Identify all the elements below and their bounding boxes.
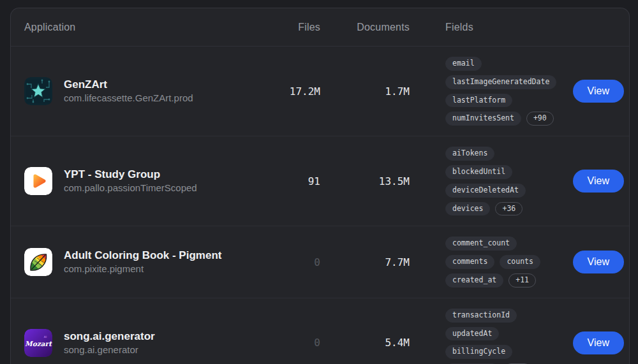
field-chips: comment_countcommentscountscreated_at+11: [410, 226, 563, 297]
files-count: 91: [308, 175, 320, 187]
mozart-logo-icon: Mozart AI: [24, 329, 52, 357]
field-chip: comments: [445, 255, 494, 269]
column-header-documents: Documents: [357, 22, 410, 33]
app-bundle-id: com.pallo.passionTimerScoped: [64, 182, 197, 194]
documents-count: 7.7M: [385, 256, 410, 268]
app-name: Adult Coloring Book - Pigment: [64, 249, 221, 262]
field-chip: counts: [500, 255, 540, 269]
field-chips: aiTokensblockedUntildeviceDeletedAtdevic…: [410, 136, 563, 226]
field-chip: created_at: [445, 273, 503, 288]
files-count: 0: [314, 337, 320, 349]
table-row: Mozart AI song.ai.generator song.ai.gene…: [11, 298, 629, 364]
field-chip: updatedAt: [445, 327, 499, 341]
files-count: 17.2M: [290, 85, 320, 98]
table-row: YPT - Study Group com.pallo.passionTimer…: [11, 136, 629, 226]
more-fields-chip: +36: [495, 202, 523, 216]
documents-count: 5.4M: [385, 337, 410, 349]
field-chip: aiTokens: [445, 147, 494, 161]
field-chip: devices: [445, 202, 490, 216]
view-button[interactable]: View: [573, 331, 624, 354]
documents-count: 13.5M: [379, 175, 410, 187]
column-header-application: Application: [24, 22, 263, 33]
field-chip: lastPlatform: [445, 94, 512, 108]
view-button[interactable]: View: [573, 251, 624, 273]
app-bundle-id: com.lifecassette.GenZArt.prod: [64, 92, 193, 105]
view-button[interactable]: View: [573, 170, 624, 193]
app-name: GenZArt: [64, 78, 193, 91]
table-row: Adult Coloring Book - Pigment com.pixite…: [11, 226, 629, 298]
pigment-leaf-icon: [24, 248, 52, 276]
svg-text:AI: AI: [44, 335, 47, 339]
files-count: 0: [314, 256, 320, 268]
app-name: YPT - Study Group: [64, 168, 197, 181]
column-header-files: Files: [298, 22, 320, 33]
app-bundle-id: com.pixite.pigment: [64, 263, 221, 275]
field-chip: comment_count: [445, 237, 517, 251]
table-row: GenZArt com.lifecassette.GenZArt.prod 17…: [11, 47, 629, 136]
more-fields-chip: +90: [526, 112, 554, 126]
field-chip: email: [445, 57, 482, 71]
field-chip: deviceDeletedAt: [445, 184, 526, 198]
genzart-star-circuit-icon: [24, 77, 52, 105]
field-chips: emaillastImageGeneratedDatelastPlatformn…: [410, 47, 563, 136]
applications-table-card: Application Files Documents Fields: [10, 8, 630, 364]
app-name: song.ai.generator: [64, 330, 155, 343]
ypt-play-icon: [24, 167, 52, 195]
table-header-row: Application Files Documents Fields: [11, 8, 629, 47]
field-chip: transactionId: [445, 309, 517, 323]
field-chips: transactionIdupdatedAtbillingCyclecreate…: [410, 298, 563, 364]
field-chip: lastImageGeneratedDate: [445, 75, 556, 89]
svg-text:Mozart: Mozart: [25, 339, 52, 347]
view-button[interactable]: View: [573, 80, 624, 103]
field-chip: numInvitesSent: [445, 112, 521, 126]
field-chip: billingCycle: [445, 345, 512, 359]
field-chip: blockedUntil: [445, 165, 512, 179]
documents-count: 1.7M: [385, 85, 410, 98]
app-bundle-id: song.ai.generator: [64, 344, 155, 356]
more-fields-chip: +11: [508, 273, 536, 288]
column-header-fields: Fields: [410, 22, 563, 33]
